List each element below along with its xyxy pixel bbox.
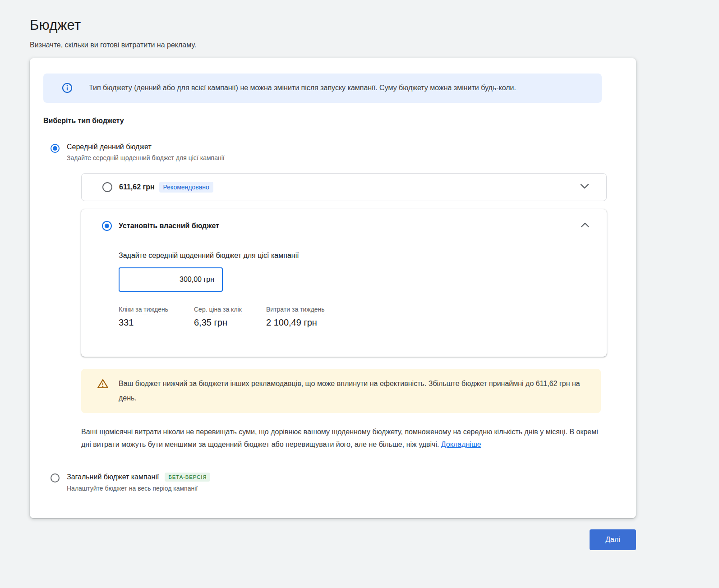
warning-text: Ваш бюджет нижчий за бюджети інших рекла… <box>119 377 587 405</box>
recommended-budget-option[interactable]: 611,62 грн Рекомендовано <box>81 173 607 201</box>
daily-budget-radio[interactable] <box>51 144 60 153</box>
total-budget-radio[interactable] <box>51 473 60 482</box>
stat-weekly-cost: Витрати за тиждень 2 100,49 грн <box>266 305 325 328</box>
stat-clicks-value: 331 <box>119 317 178 328</box>
stat-clicks: Кліки за тиждень 331 <box>119 305 178 328</box>
low-budget-warning: Ваш бюджет нижчий за бюджети інших рекла… <box>81 369 601 413</box>
info-banner-text: Тип бюджету (денний або для всієї кампан… <box>89 81 516 95</box>
stat-weekly-cost-value: 2 100,49 грн <box>266 317 325 328</box>
info-banner: Тип бюджету (денний або для всієї кампан… <box>43 74 602 103</box>
monthly-spend-note-text: Ваші щомісячні витрати ніколи не перевищ… <box>81 428 598 448</box>
warning-icon <box>97 378 109 391</box>
total-budget-description: Налаштуйте бюджет на весь період кампані… <box>67 485 210 492</box>
footer-bar: Далі <box>30 529 636 550</box>
stat-avg-cpc-value: 6,35 грн <box>194 317 250 328</box>
stat-weekly-cost-label: Витрати за тиждень <box>266 306 325 314</box>
page-subtitle: Визначте, скільки ви готові витратити на… <box>30 41 689 49</box>
budget-card: Тип бюджету (денний або для всієї кампан… <box>30 58 636 518</box>
beta-badge: БЕТА-ВЕРСІЯ <box>165 473 210 482</box>
stat-avg-cpc-label: Сер. ціна за клік <box>194 306 242 314</box>
custom-budget-label: Установіть власний бюджет <box>119 222 219 230</box>
daily-budget-description: Задайте середній щоденний бюджет для ціє… <box>67 154 225 161</box>
stat-avg-cpc: Сер. ціна за клік 6,35 грн <box>194 305 250 328</box>
chevron-up-icon[interactable] <box>579 220 591 232</box>
budget-type-label: Виберіть тип бюджету <box>43 117 636 125</box>
custom-budget-header[interactable]: Установіть власний бюджет <box>102 220 591 232</box>
chevron-down-icon[interactable] <box>578 181 591 193</box>
custom-budget-panel: Установіть власний бюджет Задайте середн… <box>81 209 607 357</box>
daily-budget-label: Середній денний бюджет <box>67 143 225 151</box>
info-icon <box>62 83 73 95</box>
daily-budget-option[interactable]: Середній денний бюджет Задайте середній … <box>43 143 636 161</box>
recommended-badge: Рекомендовано <box>159 182 213 193</box>
next-button[interactable]: Далі <box>590 529 636 550</box>
monthly-spend-note: Ваші щомісячні витрати ніколи не перевищ… <box>81 426 604 451</box>
learn-more-link[interactable]: Докладніше <box>441 441 481 448</box>
page-title: Бюджет <box>30 17 689 33</box>
budget-page: Бюджет Визначте, скільки ви готові витра… <box>0 0 719 550</box>
stat-clicks-label: Кліки за тиждень <box>119 306 168 314</box>
budget-amount-input[interactable] <box>119 267 223 292</box>
custom-budget-radio[interactable] <box>102 221 112 231</box>
budget-stats: Кліки за тиждень 331 Сер. ціна за клік 6… <box>119 305 591 328</box>
total-budget-label: Загальний бюджет кампанії <box>67 473 159 481</box>
recommended-budget-radio[interactable] <box>102 182 112 192</box>
recommended-amount: 611,62 грн <box>119 183 155 191</box>
total-budget-option[interactable]: Загальний бюджет кампанії БЕТА-ВЕРСІЯ На… <box>43 473 636 492</box>
budget-input-label: Задайте середній щоденний бюджет для ціє… <box>119 252 591 260</box>
